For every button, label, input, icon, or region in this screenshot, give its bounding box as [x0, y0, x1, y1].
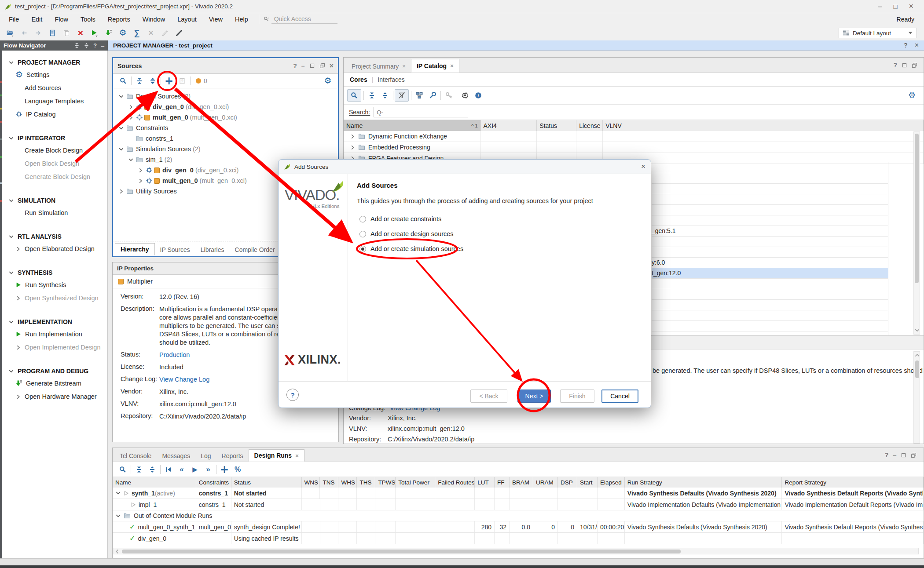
catalog-clipped-row[interactable]: _gen:5.1: [652, 226, 888, 236]
runs-percent-button[interactable]: %: [231, 464, 244, 475]
ip-catalog-search-input[interactable]: [374, 107, 468, 117]
runs-column-wns[interactable]: WNS: [302, 477, 320, 488]
catalog-row-embedded-processing[interactable]: Embedded Processing: [344, 142, 924, 153]
flow-nav-item-ip-catalog[interactable]: IP Catalog: [2, 108, 107, 121]
window-minimize-button[interactable]: –: [878, 3, 882, 11]
runs-column-tns[interactable]: TNS: [320, 477, 338, 488]
source-tree-item-Constraints[interactable]: Constraints: [113, 123, 338, 133]
toolbar-undo-button[interactable]: [18, 27, 31, 39]
catalog-subtab-interfaces[interactable]: Interfaces: [378, 76, 404, 83]
catalog-column-status[interactable]: Status: [537, 120, 576, 131]
runs-column-uram[interactable]: URAM: [533, 477, 558, 488]
scroll-left-icon[interactable]: [114, 549, 120, 554]
runs-search-button[interactable]: [116, 464, 129, 475]
runs-column-dsp[interactable]: DSP: [558, 477, 577, 488]
runs-column-failed-routes[interactable]: Failed Routes: [435, 477, 475, 488]
ip-catalog-details-vscrollbar[interactable]: [913, 351, 920, 444]
flow-nav-item-settings[interactable]: ⚙Settings: [2, 68, 107, 81]
sources-maximize-icon[interactable]: [309, 63, 315, 69]
runs-next-button[interactable]: »: [202, 464, 215, 475]
source-tree-item-mult_gen_0[interactable]: mult_gen_0 (mult_gen_0.xci): [113, 112, 338, 123]
flow-nav-section-header[interactable]: PROGRAM AND DEBUG: [2, 365, 107, 377]
window-close-button[interactable]: ×: [909, 2, 913, 11]
toolbar-x-gray-button[interactable]: ×: [144, 27, 158, 39]
catalog-help-icon[interactable]: ?: [893, 62, 897, 69]
catalog-row-dynamic-function-exchange[interactable]: Dynamic Function eXchange: [344, 131, 924, 142]
toolbar-report-doc-button[interactable]: [46, 27, 59, 39]
runs-column-whs[interactable]: WHS: [338, 477, 357, 488]
menu-reports[interactable]: Reports: [102, 13, 136, 25]
toolbar-abort-button[interactable]: ×: [74, 27, 87, 39]
toolbar-run-button[interactable]: [88, 27, 101, 39]
expand-w-icon[interactable]: [84, 43, 89, 48]
runs-column-ff[interactable]: FF: [495, 477, 510, 488]
menu-edit[interactable]: Edit: [25, 13, 48, 25]
sources-close-icon[interactable]: ×: [330, 63, 334, 69]
flow-nav-item-run-implementation[interactable]: Run Implementation: [2, 328, 107, 341]
runs-column-elapsed[interactable]: Elapsed: [598, 477, 625, 488]
toolbar-open-project-button[interactable]: [4, 27, 17, 39]
menu-flow[interactable]: Flow: [48, 13, 74, 25]
runs-row-impl_1[interactable]: impl_1constrs_1Not startedVivado Impleme…: [113, 499, 924, 510]
menu-layout[interactable]: Layout: [171, 13, 203, 25]
catalog-chip-button[interactable]: [458, 90, 472, 101]
runs-row-div_gen_0[interactable]: ✓div_gen_0Using cached IP results: [113, 533, 924, 544]
toolbar-sigma-button[interactable]: ∑: [130, 27, 143, 39]
runs-column-tpws[interactable]: TPWS: [375, 477, 396, 488]
sources-float-icon[interactable]: [319, 63, 325, 69]
runs-row-mult_gen_0_synth_1[interactable]: ✓mult_gen_0_synth_1mult_gen_0synth_desig…: [113, 521, 924, 533]
flow-nav-item-open-hardware-manager[interactable]: Open Hardware Manager: [2, 390, 107, 403]
toolbar-gear-button[interactable]: ⚙: [116, 27, 129, 39]
source-tree-item-div_gen_0[interactable]: div_gen_0 (div_gen_0.xci): [113, 102, 338, 112]
catalog-column-vlnv[interactable]: VLNV: [603, 120, 924, 131]
sources-status-badge[interactable]: 0: [192, 75, 211, 87]
toolbar-copy-button[interactable]: [60, 27, 73, 39]
runs-column-constraints[interactable]: Constraints: [196, 477, 231, 488]
bottom-maximize-icon[interactable]: [901, 452, 906, 458]
dialog-option-add-or-create-constraints[interactable]: Add or create constraints: [359, 214, 623, 224]
menu-file[interactable]: File: [3, 13, 25, 25]
runs-hscrollbar[interactable]: [114, 548, 919, 554]
catalog-expand-button[interactable]: [378, 90, 392, 101]
flow-nav-section-header[interactable]: IMPLEMENTATION: [2, 316, 107, 328]
dialog-option-add-or-create-design-sources[interactable]: Add or create design sources: [359, 229, 623, 239]
catalog-collapse-button[interactable]: [365, 90, 378, 101]
dialog-cancel-button[interactable]: Cancel: [601, 390, 638, 403]
flow-nav-item-add-sources[interactable]: Add Sources: [2, 81, 107, 95]
menu-view[interactable]: View: [203, 13, 229, 25]
catalog-column-axi4[interactable]: AXI4: [481, 120, 537, 131]
runs-column-ths[interactable]: THS: [357, 477, 375, 488]
quick-access-input[interactable]: Quick Access: [271, 15, 337, 24]
toolbar-redo-button[interactable]: [32, 27, 45, 39]
runs-row-synth_1[interactable]: synth_1 (active)constrs_1Not startedViva…: [113, 488, 924, 499]
source-tree-item-Design Sources[interactable]: Design Sources (2): [113, 91, 338, 102]
flow-nav-section-header[interactable]: PROJECT MANAGER: [2, 57, 107, 68]
bottom-help-icon[interactable]: ?: [885, 451, 889, 459]
flow-nav-help-icon[interactable]: ?: [93, 42, 97, 49]
flow-nav-item-run-simulation[interactable]: Run Simulation: [2, 206, 107, 219]
sources-add-button[interactable]: +: [162, 75, 176, 87]
flow-nav-section-header[interactable]: IP INTEGRATOR: [2, 132, 107, 144]
bottom-tab-tcl-console[interactable]: Tcl Console: [114, 450, 157, 462]
tab-close-icon[interactable]: ×: [402, 63, 406, 69]
catalog-column-name[interactable]: Name^ 1: [344, 120, 481, 131]
flow-nav-section-header[interactable]: SIMULATION: [2, 195, 107, 206]
tab-close-icon[interactable]: ×: [450, 62, 454, 69]
catalog-tab-project-summary[interactable]: Project Summary×: [346, 60, 411, 73]
catalog-tab-ip-catalog[interactable]: IP Catalog×: [411, 59, 459, 73]
flow-nav-item-open-elaborated-design[interactable]: Open Elaborated Design: [2, 242, 107, 255]
toolbar-pen-button[interactable]: [158, 27, 172, 39]
catalog-group-button[interactable]: [413, 90, 426, 101]
runs-column-bram[interactable]: BRAM: [510, 477, 533, 488]
sources-settings-button[interactable]: ⚙: [321, 75, 334, 87]
toolbar-bitstream-button[interactable]: [102, 27, 115, 39]
menu-tools[interactable]: Tools: [74, 13, 102, 25]
scroll-down-icon[interactable]: [914, 328, 920, 333]
flow-nav-minimize-icon[interactable]: –: [101, 42, 104, 49]
sources-collapse-button[interactable]: [133, 75, 146, 87]
dialog-close-button[interactable]: ×: [641, 162, 645, 171]
catalog-filter-button[interactable]: [395, 89, 409, 102]
runs-column-lut[interactable]: LUT: [475, 477, 495, 488]
catalog-search-button[interactable]: [347, 89, 361, 102]
flow-nav-item-run-synthesis[interactable]: Run Synthesis: [2, 278, 107, 291]
